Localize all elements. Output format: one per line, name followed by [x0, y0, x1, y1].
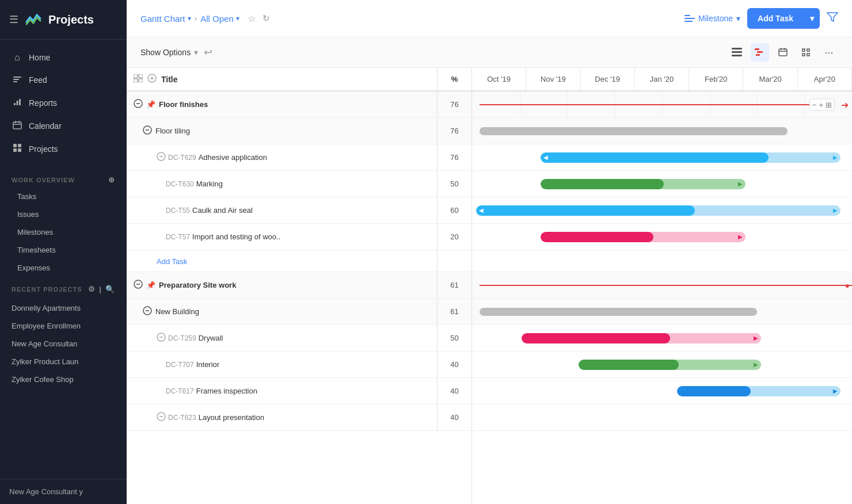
milestone-button[interactable]: Milestone ▾	[684, 14, 740, 23]
row-title: Import and testing of woo..	[192, 232, 280, 241]
breadcrumb-gantt[interactable]: Gantt Chart ▾	[140, 14, 191, 24]
allopen-dropdown-icon[interactable]: ▾	[236, 14, 239, 22]
add-task-dropdown-icon[interactable]: ▾	[804, 8, 820, 29]
refresh-icon[interactable]: ↻	[263, 13, 270, 24]
row-title: Caulk and Air seal	[192, 206, 253, 215]
recent-project-donnelly[interactable]: Donnelly Apartments	[0, 299, 127, 317]
sidebar-item-feed[interactable]: Feed	[0, 68, 127, 91]
svg-rect-10	[13, 144, 17, 147]
gantt-bar-floor-finishes	[480, 104, 829, 105]
row-title-cell: DC-T259 Drywall	[127, 333, 437, 343]
sidebar-item-home[interactable]: ⌂ Home	[0, 47, 127, 68]
add-task-link[interactable]: Add Task	[157, 257, 187, 266]
filter-recent-icon[interactable]: ⚙	[88, 285, 96, 293]
row-percent: 76	[437, 91, 471, 117]
row-code: DC-T57	[166, 233, 190, 241]
row-expand-icon[interactable]	[143, 125, 152, 136]
work-overview-label: WORK OVERVIEW	[12, 177, 75, 184]
svg-rect-20	[755, 48, 759, 50]
hamburger-icon[interactable]: ☰	[9, 13, 18, 26]
sidebar-item-calendar[interactable]: Calendar	[0, 114, 127, 138]
table-row: DC-T630 Marking 50	[127, 171, 471, 197]
zoom-expand-button[interactable]: ⊞	[826, 100, 832, 109]
month-dec19: Dec '19	[581, 68, 635, 90]
row-expand-icon[interactable]	[157, 333, 166, 343]
footer-text: New Age Consultant y	[9, 487, 83, 496]
sidebar-item-expenses[interactable]: Expenses	[0, 259, 127, 277]
breadcrumb-separator: ›	[195, 14, 197, 23]
svg-rect-23	[779, 49, 787, 56]
gantt-expand-all-icon[interactable]	[147, 74, 157, 85]
gantt-chart-row	[472, 118, 852, 144]
recent-project-zylker-product[interactable]: Zylker Product Laun	[0, 353, 127, 371]
gantt-chart-row: ◀ ▶	[472, 197, 852, 224]
recent-project-newage[interactable]: New Age Consultan	[0, 335, 127, 353]
month-mar20: Mar'20	[743, 68, 797, 90]
breadcrumb-allopen[interactable]: All Open ▾	[200, 14, 239, 24]
svg-rect-29	[134, 79, 138, 82]
breadcrumb: Gantt Chart ▾ › All Open ▾ ☆ ↻	[140, 13, 270, 24]
row-expand-icon[interactable]	[143, 306, 152, 317]
add-task-button[interactable]: Add Task ▾	[747, 8, 820, 29]
svg-rect-27	[134, 74, 138, 78]
month-oct19: Oct '19	[472, 68, 526, 90]
row-expand-icon[interactable]	[134, 280, 143, 291]
sidebar-item-issues[interactable]: Issues	[0, 205, 127, 223]
svg-rect-28	[139, 74, 143, 78]
filter-icon[interactable]	[827, 12, 838, 25]
month-feb20: Feb'20	[689, 68, 743, 90]
gantt-view-icon[interactable]	[751, 43, 769, 62]
svg-rect-3	[14, 103, 16, 105]
recent-projects-list: Donnelly Apartments Employee Enrollmen N…	[0, 297, 127, 391]
expand-view-icon[interactable]	[797, 43, 815, 62]
zoom-minus-button[interactable]: −	[812, 100, 817, 109]
gantt-dropdown-icon[interactable]: ▾	[188, 14, 191, 22]
gantt-col-toggle-icon[interactable]	[134, 74, 143, 84]
reports-icon	[12, 97, 23, 109]
show-options-button[interactable]: Show Options ▾	[140, 48, 198, 57]
add-task-row: Add Task	[127, 250, 471, 272]
sidebar-item-reports[interactable]: Reports	[0, 91, 127, 114]
recent-project-zylker-cofee[interactable]: Zylker Cofee Shop	[0, 371, 127, 388]
svg-rect-11	[18, 144, 21, 147]
milestone-lines-icon	[684, 14, 695, 22]
table-row: Floor tiling 76	[127, 118, 471, 144]
row-title: Marking	[196, 180, 223, 188]
row-title-cell: DC-T629 Adhesive application	[127, 152, 437, 163]
month-apr20: Apr'20	[798, 68, 852, 90]
milestone-arrow-icon: ●	[845, 281, 850, 290]
recent-project-employee[interactable]: Employee Enrollmen	[0, 317, 127, 335]
sidebar-item-milestones[interactable]: Milestones	[0, 223, 127, 241]
svg-rect-1	[13, 79, 19, 80]
calendar-view-icon[interactable]	[774, 43, 792, 62]
sidebar-item-projects[interactable]: Projects	[0, 138, 127, 161]
row-code: DC-T259	[168, 334, 196, 342]
row-percent: 50	[437, 171, 471, 197]
undo-button[interactable]: ↩	[204, 46, 212, 59]
favorite-star-icon[interactable]: ☆	[248, 13, 256, 24]
zoom-plus-button[interactable]: +	[819, 100, 823, 109]
gantt-body: 📌 Floor finishes 76 Floor tiling 76	[127, 91, 852, 504]
svg-rect-5	[19, 99, 21, 105]
list-view-icon[interactable]	[728, 43, 746, 62]
gantt-bar-t259: ▶	[522, 333, 761, 343]
milestone-dropdown-icon[interactable]: ▾	[736, 14, 740, 23]
row-code: DC-T55	[166, 207, 190, 215]
svg-rect-14	[684, 15, 690, 16]
row-code: DC-T707	[166, 361, 194, 369]
row-code: DC-T629	[168, 154, 196, 162]
search-icon-small[interactable]: 🔍	[105, 285, 115, 293]
row-expand-icon[interactable]	[134, 99, 143, 110]
sidebar-item-label: Home	[29, 53, 50, 62]
more-options-icon[interactable]: ···	[820, 43, 838, 62]
sidebar-header: ☰ Projects	[0, 0, 127, 40]
gantt-bar-t629: ◀ ▶	[541, 152, 840, 163]
row-expand-icon[interactable]	[157, 412, 166, 423]
sidebar-item-tasks[interactable]: Tasks	[0, 188, 127, 205]
table-row: DC-T617 Frames inspection 40	[127, 378, 471, 404]
row-expand-icon[interactable]	[157, 152, 166, 163]
search-recent-icon[interactable]: |	[99, 285, 102, 293]
sidebar-item-timesheets[interactable]: Timesheets	[0, 241, 127, 259]
gantt-chart-row	[472, 404, 852, 431]
row-title-cell: 📌 Preparatory Site work	[127, 280, 437, 291]
